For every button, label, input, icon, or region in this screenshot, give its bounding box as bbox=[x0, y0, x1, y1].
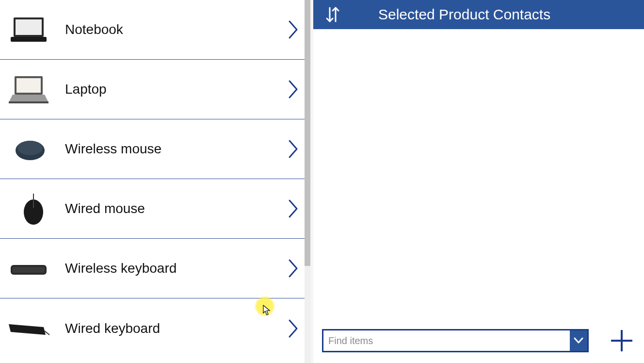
product-label: Notebook bbox=[65, 22, 288, 37]
product-label: Wired keyboard bbox=[65, 321, 288, 336]
find-items-combo[interactable] bbox=[322, 329, 589, 352]
scrollbar-thumb[interactable] bbox=[305, 0, 310, 266]
product-list: Notebook Laptop bbox=[0, 0, 310, 358]
product-label: Wired mouse bbox=[65, 201, 288, 216]
product-list-panel: Notebook Laptop bbox=[0, 0, 310, 363]
product-label: Laptop bbox=[65, 82, 288, 97]
contacts-content bbox=[313, 29, 644, 363]
app-root: Notebook Laptop bbox=[0, 0, 644, 363]
svg-rect-1 bbox=[16, 19, 42, 35]
bottom-bar bbox=[322, 327, 635, 354]
wired-keyboard-icon bbox=[7, 312, 50, 346]
product-item-wireless-keyboard[interactable]: Wireless keyboard bbox=[0, 239, 310, 298]
svg-rect-13 bbox=[13, 267, 45, 273]
wireless-mouse-icon bbox=[7, 132, 50, 166]
contacts-panel: Selected Product Contacts bbox=[310, 0, 644, 363]
chevron-right-icon bbox=[288, 319, 299, 338]
laptop-icon bbox=[7, 72, 50, 106]
chevron-right-icon bbox=[288, 80, 299, 99]
product-item-wireless-mouse[interactable]: Wireless mouse bbox=[0, 119, 310, 179]
product-item-wired-mouse[interactable]: Wired mouse bbox=[0, 179, 310, 239]
svg-rect-2 bbox=[11, 37, 47, 42]
product-item-laptop[interactable]: Laptop bbox=[0, 60, 310, 119]
svg-marker-14 bbox=[9, 324, 46, 335]
contacts-header: Selected Product Contacts bbox=[313, 0, 644, 29]
add-button[interactable] bbox=[608, 327, 635, 354]
chevron-right-icon bbox=[288, 259, 299, 278]
wireless-keyboard-icon bbox=[7, 251, 50, 285]
product-item-notebook[interactable]: Notebook bbox=[0, 0, 310, 60]
svg-rect-6 bbox=[9, 101, 48, 103]
svg-marker-5 bbox=[9, 95, 48, 102]
chevron-right-icon bbox=[288, 199, 299, 218]
svg-point-8 bbox=[17, 141, 43, 155]
wired-mouse-icon bbox=[7, 192, 50, 226]
notebook-icon bbox=[7, 13, 50, 47]
product-label: Wireless keyboard bbox=[65, 261, 288, 276]
svg-rect-4 bbox=[16, 78, 41, 93]
find-items-input[interactable] bbox=[323, 330, 570, 351]
product-item-wired-keyboard[interactable]: Wired keyboard bbox=[0, 298, 310, 358]
product-label: Wireless mouse bbox=[65, 141, 288, 157]
contacts-title: Selected Product Contacts bbox=[370, 6, 632, 23]
chevron-right-icon bbox=[288, 139, 299, 159]
find-dropdown-button[interactable] bbox=[570, 330, 587, 351]
sort-icon[interactable] bbox=[325, 6, 340, 23]
chevron-right-icon bbox=[288, 20, 299, 39]
